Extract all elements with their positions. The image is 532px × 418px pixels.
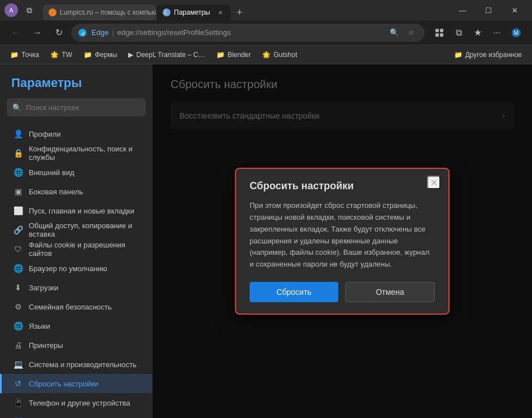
tab-close-settings[interactable]: ✕: [216, 8, 225, 17]
sidebar-item-phone-label: Телефон и другие устройства: [29, 399, 130, 407]
edge-copilot-icon[interactable]: M: [507, 24, 525, 42]
svg-rect-3: [435, 33, 439, 37]
sidebar-item-printers[interactable]: 🖨 Принтеры: [0, 336, 152, 355]
address-text: Edge | edge://settings/resetProfileSetti…: [91, 28, 383, 37]
sharing-icon: 🔗: [13, 225, 23, 235]
sidebar-item-browser-label: Браузер по умолчанию: [29, 264, 107, 273]
system-icon: 💻: [13, 359, 23, 369]
new-tab-button[interactable]: ⧉: [21, 2, 37, 18]
tab-lumpics[interactable]: Lumpics.ru – помощь с компью… ✕: [43, 5, 156, 20]
bookmark-gutshot-icon: 🌟: [262, 51, 271, 59]
bookmark-fermy[interactable]: 📁 Фермы: [79, 48, 121, 62]
sidebar-item-downloads-label: Загрузки: [29, 284, 58, 292]
sidebar-item-sidebar[interactable]: ▣ Боковая панель: [0, 182, 152, 201]
sidebar-search[interactable]: 🔍 Поиск настроек: [7, 98, 146, 116]
sidebar-item-reset[interactable]: ↺ Сбросить настройки: [0, 374, 152, 393]
reset-modal: ✕ Сбросить настройки При этом произойдет…: [235, 168, 450, 315]
sidebar-item-appearance[interactable]: 🌐 Внешний вид: [0, 163, 152, 182]
bookmark-other-label: Другое избранное: [465, 51, 522, 59]
tab-favicon-lumpics: [49, 8, 56, 16]
bookmark-gutshot[interactable]: 🌟 Gutshot: [258, 48, 302, 62]
sidebar-item-browser[interactable]: 🌐 Браузер по умолчанию: [0, 259, 152, 278]
refresh-button[interactable]: ↻: [50, 24, 68, 42]
minimize-button[interactable]: —: [450, 0, 476, 20]
sidebar-item-newtab[interactable]: ⬜ Пуск, главная и новые вкладки: [0, 201, 152, 220]
bookmark-tw-icon: 🌟: [50, 51, 59, 59]
sidebar-item-system-label: Система и производительность: [29, 360, 137, 369]
address-icons: 🔍 ☆: [387, 26, 418, 40]
bookmark-deepl-label: DeepL Translate – С…: [136, 51, 205, 59]
splitscreen-icon[interactable]: ⧉: [450, 24, 468, 42]
bookmark-fermy-label: Фермы: [95, 51, 117, 59]
maximize-button[interactable]: ☐: [476, 0, 502, 20]
browser-icon: 🌐: [13, 263, 23, 273]
family-icon: ⚙: [13, 302, 23, 312]
sidebar-item-appearance-label: Внешний вид: [29, 168, 75, 177]
forward-button[interactable]: →: [28, 24, 46, 42]
sidebar-item-privacy[interactable]: 🔒 Конфиденциальность, поиск и службы: [0, 143, 152, 163]
svg-rect-2: [440, 29, 443, 32]
tab-favicon-settings: [163, 8, 171, 16]
sidebar-item-cookies[interactable]: 🛡 Файлы cookie и разрешения сайтов: [0, 240, 152, 259]
bookmark-blender-icon: 📁: [216, 51, 225, 59]
modal-body: При этом произойдет сброс стартовой стра…: [250, 200, 435, 271]
star-icon[interactable]: ☆: [404, 26, 418, 40]
bookmark-tochka-label: Точка: [21, 51, 39, 59]
close-button[interactable]: ✕: [502, 0, 527, 20]
sidebar-item-newtab-label: Пуск, главная и новые вкладки: [29, 207, 134, 215]
confirm-reset-button[interactable]: Сбросить: [250, 282, 338, 302]
svg-text:M: M: [514, 30, 518, 36]
sidebar-title: Параметры: [0, 76, 152, 98]
sidebar-item-profiles-label: Профили: [29, 130, 61, 138]
bookmark-other-icon: 📁: [454, 51, 463, 59]
new-tab-plus[interactable]: +: [232, 5, 247, 20]
bookmark-blender-label: Blender: [228, 51, 251, 59]
svg-rect-4: [440, 33, 443, 37]
collections-icon[interactable]: [430, 24, 448, 42]
edge-logo-icon: [78, 28, 87, 37]
tab-label-lumpics: Lumpics.ru – помощь с компью…: [60, 8, 156, 16]
sidebar-item-downloads[interactable]: ⬇ Загрузки: [0, 278, 152, 297]
address-path: edge://settings/resetProfileSettings: [117, 28, 231, 37]
settings-main: Сбросить настройки Восстановить стандарт…: [152, 64, 532, 418]
svg-rect-1: [435, 29, 439, 32]
downloads-icon: ⬇: [13, 282, 23, 293]
sidebar-icon: ▣: [13, 186, 23, 197]
modal-overlay: ✕ Сбросить настройки При этом произойдет…: [152, 64, 532, 418]
sidebar-item-phone[interactable]: 📱 Телефон и другие устройства: [0, 393, 152, 412]
sidebar-item-accessibility[interactable]: ♿ Специальные возможности: [0, 412, 152, 418]
tabs-area: Lumpics.ru – помощь с компью… ✕ Параметр…: [41, 0, 446, 20]
privacy-icon: 🔒: [13, 148, 23, 158]
sidebar-item-family-label: Семейная безопасность: [29, 303, 112, 311]
bookmark-tochka[interactable]: 📁 Точка: [6, 48, 43, 62]
sidebar-item-sharing[interactable]: 🔗 Общий доступ, копирование и вставка: [0, 220, 152, 240]
bookmark-blender[interactable]: 📁 Blender: [212, 48, 255, 62]
sidebar-item-family[interactable]: ⚙ Семейная безопасность: [0, 297, 152, 316]
bookmark-deepl-icon: ▶: [128, 51, 133, 59]
appearance-icon: 🌐: [13, 167, 23, 177]
modal-close-button[interactable]: ✕: [427, 176, 441, 189]
cancel-button[interactable]: Отмена: [345, 282, 435, 302]
modal-title: Сбросить настройки: [250, 180, 435, 192]
back-button[interactable]: ←: [7, 24, 25, 42]
sidebar-item-profiles[interactable]: 👤 Профили: [0, 124, 152, 143]
more-icon[interactable]: ···: [488, 24, 506, 42]
bookmark-tw[interactable]: 🌟 TW: [46, 48, 77, 62]
sidebar-item-sidebar-label: Боковая панель: [29, 188, 83, 196]
address-bar[interactable]: Edge | edge://settings/resetProfileSetti…: [71, 24, 425, 42]
sidebar-item-languages-label: Языки: [29, 322, 50, 330]
sidebar-search-icon: 🔍: [12, 103, 21, 112]
tab-settings[interactable]: Параметры ✕: [157, 5, 230, 20]
navbar: ← → ↻ Edge | edge://settings/resetProfil…: [0, 20, 532, 45]
sidebar-item-system[interactable]: 💻 Система и производительность: [0, 355, 152, 374]
search-icon[interactable]: 🔍: [387, 26, 401, 40]
printers-icon: 🖨: [13, 340, 23, 350]
sidebar-item-sharing-label: Общий доступ, копирование и вставка: [29, 221, 141, 238]
bookmark-deepl[interactable]: ▶ DeepL Translate – С…: [124, 48, 210, 62]
sidebar-search-placeholder: Поиск настроек: [26, 103, 79, 112]
nav-right-icons: ⧉ ★ ··· M: [430, 24, 525, 42]
favorites-icon[interactable]: ★: [469, 24, 487, 42]
sidebar-item-languages[interactable]: 🌐 Языки: [0, 316, 152, 336]
bookmark-other[interactable]: 📁 Другое избранное: [450, 48, 526, 62]
bookmarks-bar: 📁 Точка 🌟 TW 📁 Фермы ▶ DeepL Translate –…: [0, 45, 532, 64]
